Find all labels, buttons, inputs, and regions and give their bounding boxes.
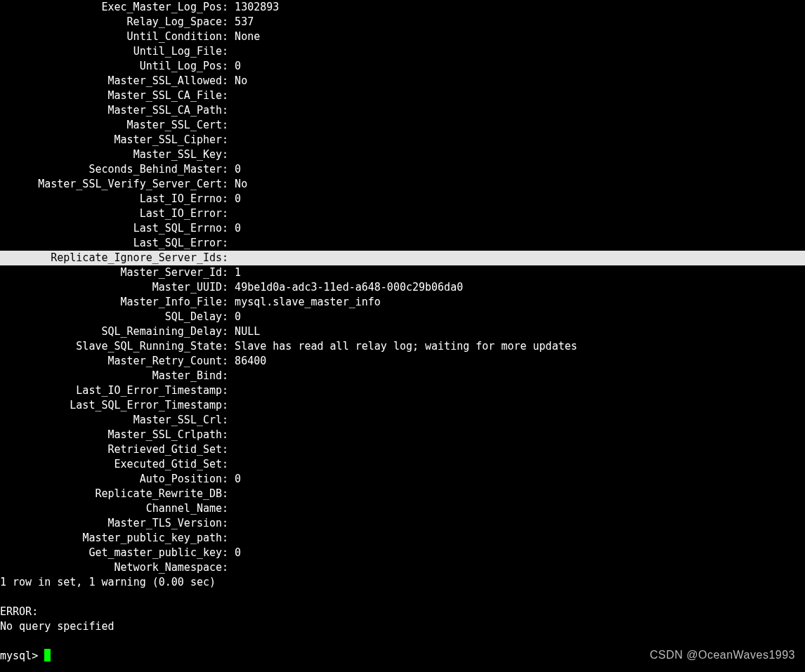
colon-separator: : xyxy=(222,162,235,177)
status-value: None xyxy=(235,29,260,44)
status-value: mysql.slave_master_info xyxy=(235,295,381,310)
status-key: Executed_Gtid_Set xyxy=(0,457,222,472)
error-label: ERROR: xyxy=(0,605,805,619)
status-value: 0 xyxy=(235,192,241,206)
colon-separator: : xyxy=(222,339,235,354)
status-key: Last_IO_Error_Timestamp xyxy=(0,383,222,398)
status-value: 0 xyxy=(235,310,241,324)
colon-separator: : xyxy=(222,177,235,192)
colon-separator: : xyxy=(222,457,235,472)
status-key: Get_master_public_key xyxy=(0,546,222,560)
status-value: 86400 xyxy=(235,354,266,369)
colon-separator: : xyxy=(222,501,235,516)
status-value: 0 xyxy=(235,59,241,74)
colon-separator: : xyxy=(222,88,235,103)
status-row: Network_Namespace: xyxy=(0,560,805,575)
colon-separator: : xyxy=(222,413,235,428)
colon-separator: : xyxy=(222,428,235,442)
colon-separator: : xyxy=(222,44,235,59)
status-key: Master_SSL_Key xyxy=(0,147,222,162)
status-key: Master_SSL_Cipher xyxy=(0,133,222,147)
status-key: Slave_SQL_Running_State xyxy=(0,339,222,354)
status-key: Master_SSL_CA_File xyxy=(0,88,222,103)
status-value: 49be1d0a-adc3-11ed-a648-000c29b06da0 xyxy=(235,280,463,295)
cursor-icon xyxy=(44,649,51,661)
status-row: Master_SSL_Verify_Server_Cert: No xyxy=(0,177,805,192)
status-key: Master_SSL_Crlpath xyxy=(0,428,222,442)
status-row: Last_SQL_Error_Timestamp: xyxy=(0,398,805,413)
status-value: 1 xyxy=(235,265,241,280)
status-key: Auto_Position xyxy=(0,472,222,487)
colon-separator: : xyxy=(222,560,235,575)
status-row: Master_Retry_Count: 86400 xyxy=(0,354,805,369)
status-row: Master_Bind: xyxy=(0,369,805,383)
status-row: Last_SQL_Error: xyxy=(0,236,805,251)
colon-separator: : xyxy=(222,29,235,44)
status-row: SQL_Delay: 0 xyxy=(0,310,805,324)
status-key: Master_Info_File xyxy=(0,295,222,310)
status-value: 0 xyxy=(235,221,241,236)
status-row: Last_IO_Errno: 0 xyxy=(0,192,805,206)
colon-separator: : xyxy=(222,398,235,413)
status-key: Last_IO_Errno xyxy=(0,192,222,206)
colon-separator: : xyxy=(222,442,235,457)
status-row: Master_SSL_Allowed: No xyxy=(0,74,805,88)
status-value: No xyxy=(235,177,247,192)
status-row: Seconds_Behind_Master: 0 xyxy=(0,162,805,177)
error-message: No query specified xyxy=(0,619,805,634)
status-key: Until_Log_Pos xyxy=(0,59,222,74)
status-row: Slave_SQL_Running_State: Slave has read … xyxy=(0,339,805,354)
status-row: Relay_Log_Space: 537 xyxy=(0,15,805,29)
status-row: Auto_Position: 0 xyxy=(0,472,805,487)
colon-separator: : xyxy=(222,236,235,251)
status-row: Master_SSL_CA_Path: xyxy=(0,103,805,118)
status-key: Master_SSL_Cert xyxy=(0,118,222,133)
status-key: Master_Server_Id xyxy=(0,265,222,280)
watermark-text: CSDN @OceanWaves1993 xyxy=(650,647,795,662)
status-row: Channel_Name: xyxy=(0,501,805,516)
status-row: Exec_Master_Log_Pos: 1302893 xyxy=(0,0,805,15)
status-key: Relay_Log_Space xyxy=(0,15,222,29)
colon-separator: : xyxy=(222,133,235,147)
status-row: Master_Server_Id: 1 xyxy=(0,265,805,280)
colon-separator: : xyxy=(222,383,235,398)
status-row: Master_TLS_Version: xyxy=(0,516,805,531)
colon-separator: : xyxy=(222,118,235,133)
colon-separator: : xyxy=(222,369,235,383)
colon-separator: : xyxy=(222,310,235,324)
colon-separator: : xyxy=(222,74,235,88)
status-key: Master_SSL_Allowed xyxy=(0,74,222,88)
status-key: Network_Namespace xyxy=(0,560,222,575)
colon-separator: : xyxy=(222,546,235,560)
status-value: 0 xyxy=(235,162,241,177)
status-row: Master_SSL_CA_File: xyxy=(0,88,805,103)
status-key: Master_Bind xyxy=(0,369,222,383)
status-row: Last_IO_Error_Timestamp: xyxy=(0,383,805,398)
status-key: Exec_Master_Log_Pos xyxy=(0,0,222,15)
status-row: Get_master_public_key: 0 xyxy=(0,546,805,560)
colon-separator: : xyxy=(222,221,235,236)
status-key: Master_SSL_Verify_Server_Cert xyxy=(0,177,222,192)
colon-separator: : xyxy=(222,15,235,29)
prompt-text: mysql> xyxy=(0,650,44,662)
status-row: SQL_Remaining_Delay: NULL xyxy=(0,324,805,339)
colon-separator: : xyxy=(222,516,235,531)
status-row: Executed_Gtid_Set: xyxy=(0,457,805,472)
status-row: Last_IO_Error: xyxy=(0,206,805,221)
status-key: SQL_Remaining_Delay xyxy=(0,324,222,339)
status-key: Channel_Name xyxy=(0,501,222,516)
colon-separator: : xyxy=(222,192,235,206)
colon-separator: : xyxy=(222,206,235,221)
status-key: Master_Retry_Count xyxy=(0,354,222,369)
status-row: Master_UUID: 49be1d0a-adc3-11ed-a648-000… xyxy=(0,280,805,295)
colon-separator: : xyxy=(222,251,235,265)
status-value: NULL xyxy=(235,324,260,339)
colon-separator: : xyxy=(222,59,235,74)
status-row: Retrieved_Gtid_Set: xyxy=(0,442,805,457)
colon-separator: : xyxy=(222,472,235,487)
terminal-output[interactable]: Exec_Master_Log_Pos: 1302893Relay_Log_Sp… xyxy=(0,0,805,664)
status-value: 0 xyxy=(235,546,241,560)
colon-separator: : xyxy=(222,280,235,295)
colon-separator: : xyxy=(222,103,235,118)
status-key: Seconds_Behind_Master xyxy=(0,162,222,177)
